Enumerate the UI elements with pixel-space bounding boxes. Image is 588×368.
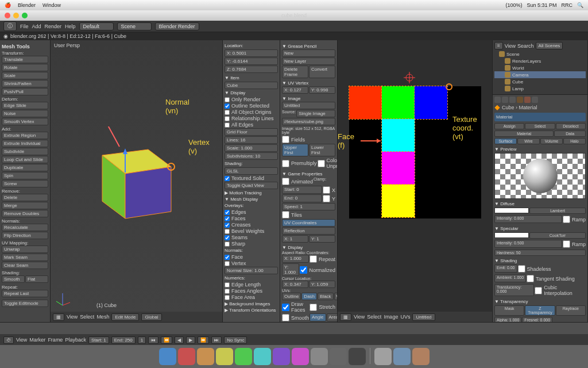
link-data[interactable]: Data xyxy=(554,131,586,137)
tool-button[interactable]: Noise xyxy=(2,110,48,117)
tiles-x[interactable]: X: 1 xyxy=(282,235,308,243)
vert-normal-check[interactable]: Vertex xyxy=(225,260,278,266)
prop-tab-object[interactable] xyxy=(517,97,523,103)
stretch-area[interactable]: Area xyxy=(327,313,338,321)
dock-app-icon[interactable] xyxy=(254,348,271,365)
dock-app-icon[interactable] xyxy=(178,348,195,365)
user-name[interactable]: RRC xyxy=(562,2,573,8)
uv-hdr-view[interactable]: View xyxy=(354,314,365,320)
tab-surface[interactable]: Surface xyxy=(494,138,517,144)
grid-floor[interactable]: Grid Floor xyxy=(225,128,278,136)
bg-header[interactable]: ▶ Background Images xyxy=(225,301,278,306)
next-key-icon[interactable]: ⏩ xyxy=(198,336,209,344)
edge-dash[interactable]: Dash xyxy=(301,293,317,300)
prop-tab-scene[interactable] xyxy=(502,97,508,103)
img-header[interactable]: ▼ Image xyxy=(282,96,335,101)
tool-button[interactable]: Merge xyxy=(2,202,48,209)
display-check[interactable]: Only Render xyxy=(225,97,278,102)
hdr-mesh[interactable]: Mesh xyxy=(96,314,109,320)
specular-intensity[interactable]: Intensity: 0.500 xyxy=(494,240,562,248)
shadeless-check[interactable]: Shadeless xyxy=(518,265,551,273)
uv-hdr-uvs[interactable]: UVs xyxy=(400,314,410,320)
display-check[interactable]: All Object Origins xyxy=(225,109,278,115)
repeat-check[interactable]: Repeat xyxy=(310,255,335,263)
tool-button[interactable]: Rotate xyxy=(2,64,48,71)
toggle-editmode-button[interactable]: Toggle Editmode xyxy=(2,300,48,307)
frame-start[interactable]: Start: 1 xyxy=(88,336,109,344)
motion-header[interactable]: ▶ Motion Tracking xyxy=(225,190,278,195)
3d-viewport[interactable]: User Persp (1) Cube Normal (vn) Vertex (… xyxy=(51,40,222,312)
prop-tab-world[interactable] xyxy=(509,97,516,103)
tl-playback[interactable]: Playback xyxy=(65,337,86,343)
tangent-check[interactable]: Tangent Shading xyxy=(527,275,575,282)
tool-button[interactable]: Shrink/Fatten xyxy=(2,80,48,87)
layout-select[interactable]: Default xyxy=(79,22,114,30)
ar-x[interactable]: X: 1.000 xyxy=(282,255,309,263)
uv-hdr-image[interactable]: Image xyxy=(384,314,398,320)
tool-button[interactable]: Spin xyxy=(2,172,48,179)
prop-tab-texture[interactable] xyxy=(532,97,538,103)
tool-button[interactable]: Duplicate xyxy=(2,164,48,171)
uvv-x[interactable]: X: 0.127 xyxy=(282,86,308,94)
engine-select[interactable]: Blender Render xyxy=(155,22,199,30)
display-check[interactable]: Edge Length xyxy=(225,282,278,288)
tool-button[interactable]: Recalculate xyxy=(2,224,48,231)
reflection-btn[interactable]: Reflection xyxy=(282,227,335,235)
display-check[interactable]: Edges xyxy=(225,209,278,215)
tab-wire[interactable]: Wire xyxy=(517,138,540,144)
menu-help[interactable]: Help xyxy=(65,24,76,29)
prev-key-icon[interactable]: ⏪ xyxy=(161,336,172,344)
uvv-header[interactable]: ▼ UV Vertex xyxy=(282,80,335,86)
specular-header[interactable]: ▼ Specular xyxy=(494,226,586,231)
game-header[interactable]: ▼ Game Properties xyxy=(282,171,335,177)
hardness[interactable]: Hardness: 50 xyxy=(494,250,586,256)
premul-check[interactable]: Premultiply xyxy=(282,158,317,169)
tool-button[interactable]: Loop Cut and Slide xyxy=(2,156,48,163)
uv-face-red[interactable] xyxy=(349,86,382,119)
uvdisp-header[interactable]: ▼ Display xyxy=(282,245,335,250)
gp-header[interactable]: ▼ Grease Pencil xyxy=(282,44,335,49)
tool-button[interactable]: Subdivide xyxy=(2,148,48,155)
drawfaces-check[interactable]: Draw Faces xyxy=(282,301,309,313)
uv-image-select[interactable]: Untitled xyxy=(412,313,435,321)
spotlight-icon[interactable]: 🔍 xyxy=(577,2,583,8)
dock-app-icon[interactable] xyxy=(412,348,430,365)
dock-app-icon[interactable] xyxy=(374,348,392,365)
dock-app-icon[interactable] xyxy=(159,348,176,365)
preview-header[interactable]: ▼ Preview xyxy=(494,147,586,152)
gp-new[interactable]: New xyxy=(282,49,335,57)
select-button[interactable]: Select xyxy=(525,123,555,129)
transp-z[interactable]: Z Transparency xyxy=(525,305,555,316)
img-path[interactable]: //textures/cube.png xyxy=(282,118,335,125)
outliner-item[interactable]: RenderLayers xyxy=(494,57,586,64)
outliner-item[interactable]: Scene xyxy=(494,51,586,57)
toggle-quad-button[interactable]: Toggle Quad View xyxy=(225,182,278,189)
tool-button[interactable]: Flip Direction xyxy=(2,232,48,239)
sync-mode[interactable]: No Sync xyxy=(224,336,247,344)
grid-scale[interactable]: Scale: 1.000 xyxy=(225,144,278,152)
tool-button[interactable]: Scale xyxy=(2,72,48,79)
tool-button[interactable]: Unwrap xyxy=(2,246,48,253)
outliner-item[interactable]: Cube xyxy=(494,78,586,85)
outliner-item[interactable]: Lamp xyxy=(494,85,586,92)
ar-y[interactable]: Y: 1.000 xyxy=(282,263,299,276)
uv-face-magenta[interactable] xyxy=(382,152,415,185)
uv-editor-icon[interactable]: ▦ xyxy=(340,313,351,321)
close-icon[interactable] xyxy=(5,13,10,18)
tiles-y[interactable]: Y: 1 xyxy=(309,235,335,243)
clamp-y[interactable]: Y xyxy=(323,195,335,202)
norm-check[interactable]: Normalized xyxy=(300,264,335,276)
hdr-view[interactable]: View xyxy=(67,314,78,320)
jump-start-icon[interactable]: ⏮ xyxy=(148,336,158,344)
tl-marker[interactable]: Marker xyxy=(29,337,45,343)
diffuse-intensity[interactable]: Intensity: 0.800 xyxy=(494,215,562,223)
loc-z[interactable]: Z: 0.7684 xyxy=(225,66,278,73)
transp-mask[interactable]: Mask xyxy=(494,305,524,316)
display-check[interactable]: Sharp xyxy=(225,241,278,247)
prop-tab-material[interactable] xyxy=(524,97,531,103)
frame-current[interactable]: 1 xyxy=(138,336,146,344)
anim-check[interactable]: Animated xyxy=(282,178,313,185)
tool-button[interactable]: Push/Pull xyxy=(2,88,48,95)
tool-button[interactable]: Extrude Region xyxy=(2,132,48,139)
tab-volume[interactable]: Volume xyxy=(540,138,563,144)
